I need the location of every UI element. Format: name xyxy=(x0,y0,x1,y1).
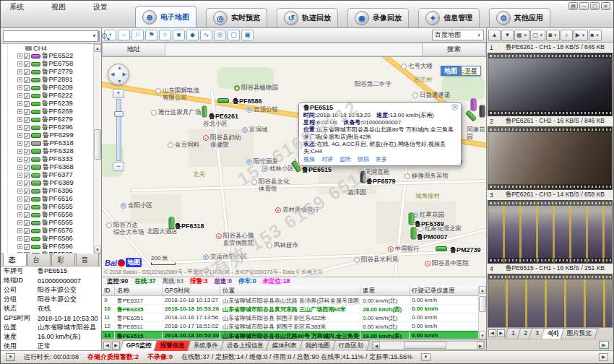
tab-GPS监控[interactable]: GPS监控 xyxy=(120,340,158,351)
tab-报警信息[interactable]: 报警信息 xyxy=(154,340,191,351)
tab-scroll-right-icon[interactable]: ▶ xyxy=(497,329,505,337)
col-header-速度[interactable]: 速度 xyxy=(360,286,410,295)
tab-scroll-left-icon[interactable]: ◀ xyxy=(103,342,111,350)
expand-icon[interactable]: + xyxy=(17,117,22,122)
camera-video-thumbnail[interactable] xyxy=(488,53,613,116)
restore-button[interactable]: ▢ xyxy=(590,2,600,10)
map-vehicle-plate-label[interactable]: 鲁PF6389 xyxy=(415,220,444,229)
table-row[interactable]: 13鲁PE65152018-10-18 10:53:30山东省聊城市阳谷县谷山北… xyxy=(102,331,486,339)
map-vehicle-marker[interactable] xyxy=(436,246,447,251)
camera-audio-button[interactable]: ♪ xyxy=(561,30,573,41)
map-tool-pan-button[interactable]: ⚐ xyxy=(131,30,144,40)
expand-icon[interactable]: + xyxy=(17,157,22,162)
close-icon[interactable]: ✕ xyxy=(451,104,458,110)
vehicle-checkbox[interactable]: ✓ xyxy=(24,133,30,139)
scroll-up-icon[interactable]: ▲ xyxy=(94,44,101,52)
vehicle-checkbox[interactable]: ✓ xyxy=(24,157,30,162)
camera-item[interactable]: 2鲁PE6261 - CH2 - 16 KB/S / 846 KB xyxy=(487,116,613,190)
pan-down-icon[interactable]: ▼ xyxy=(117,79,122,84)
map-tool-fullscreen-button[interactable]: ▢ xyxy=(228,30,240,40)
expand-icon[interactable]: + xyxy=(17,61,22,66)
map-provider-select[interactable]: 百度地图 ▼ xyxy=(432,30,484,40)
expand-icon[interactable]: + xyxy=(17,228,22,233)
tab-scroll-left-icon[interactable]: ◀ xyxy=(488,329,496,337)
vehicle-checkbox[interactable]: ✓ xyxy=(24,188,30,194)
pan-up-icon[interactable]: ▲ xyxy=(117,65,122,70)
map-vehicle-marker[interactable] xyxy=(411,228,417,240)
expand-icon[interactable]: + xyxy=(17,133,22,138)
expand-button[interactable]: ▶ xyxy=(599,353,608,361)
nav-tab-轨迹回放[interactable]: ↺轨迹回放 xyxy=(277,8,338,27)
map-tool-polyline-select-button[interactable]: ∿ xyxy=(200,30,212,40)
menu-item-设置[interactable]: 设置 xyxy=(93,2,108,12)
map-vehicle-plate-label[interactable]: 鲁PF6586 xyxy=(233,97,262,106)
map-zoom-track[interactable] xyxy=(116,99,121,161)
expand-icon[interactable]: + xyxy=(17,165,22,170)
map-vehicle-marker[interactable] xyxy=(202,106,207,118)
map-tool-zoom-out-button[interactable]: − xyxy=(118,30,130,40)
vehicle-checkbox[interactable]: ✓ xyxy=(24,173,30,178)
tab-scroll-right-icon[interactable]: ▶ xyxy=(112,342,120,350)
map-view-地图-button[interactable]: 地图 xyxy=(441,66,461,76)
tab-系统事件[interactable]: 系统事件 xyxy=(187,340,225,351)
vehicle-checkbox[interactable]: ✓ xyxy=(24,236,30,242)
map-vehicle-marker[interactable] xyxy=(169,217,175,230)
map-tool-zoom-box-button[interactable]: ◎ xyxy=(214,30,226,40)
map-vehicle-plate-label[interactable]: 鲁PE6515 xyxy=(302,165,332,175)
menu-item-系统[interactable]: 系统 xyxy=(9,2,24,12)
map-zoom-in-button[interactable]: + xyxy=(113,89,124,98)
scroll-left-icon[interactable]: ◀ xyxy=(373,342,380,349)
expand-icon[interactable]: + xyxy=(17,93,22,98)
nav-tab-其他应用[interactable]: ⚙其他应用 xyxy=(489,8,550,27)
map-compass-control[interactable]: ▲ ▼ ◀ ▶ xyxy=(108,64,129,85)
map-vehicle-marker[interactable] xyxy=(465,110,477,121)
camera-item[interactable]: 3鲁PE6261 - CH3 - 14 KB/S / 858 KB xyxy=(487,190,613,264)
expand-icon[interactable]: + xyxy=(17,77,22,82)
camera-video-thumbnail[interactable] xyxy=(488,200,613,264)
address-search-button[interactable]: 搜索 xyxy=(423,43,486,56)
col-header-ID[interactable]: ID xyxy=(102,286,115,295)
vehicle-checkbox[interactable]: ✓ xyxy=(24,228,30,234)
vehicle-checkbox[interactable]: ✓ xyxy=(24,53,30,59)
map-tool-circle-select-button[interactable]: ○ xyxy=(159,30,171,40)
popup-action-监听[interactable]: 监听 xyxy=(340,156,351,163)
status-panel-icon[interactable]: ▼ xyxy=(6,353,15,361)
vehicle-checkbox[interactable]: ✓ xyxy=(24,244,30,250)
scroll-down-icon[interactable]: ▼ xyxy=(479,332,486,339)
collapse-button[interactable]: ▼ xyxy=(421,353,431,361)
expand-icon[interactable]: + xyxy=(17,204,22,209)
map-vehicle-plate-label[interactable]: 鲁PF6318 xyxy=(175,222,204,231)
camera-stop-button[interactable]: ■ ▼ xyxy=(589,30,602,41)
camera-item[interactable]: 1鲁PE6261 - CH1 - 18 KB/S / 846 KB xyxy=(487,43,613,116)
expand-icon[interactable]: + xyxy=(17,173,22,178)
map-tool-rect-select-button[interactable]: ■ xyxy=(173,30,185,40)
vehicle-checkbox[interactable]: ✓ xyxy=(24,252,30,254)
scrollbar-thumb[interactable] xyxy=(404,342,446,349)
col-header-行驶记录仪速度[interactable]: 行驶记录仪速度 xyxy=(410,286,486,295)
popup-action-视频[interactable]: 视频 xyxy=(303,156,315,163)
col-header-位置[interactable]: 位置 xyxy=(220,286,360,295)
camera-play-button[interactable]: ▶ ▼ xyxy=(574,30,588,41)
play-button[interactable]: ▶ xyxy=(599,341,609,349)
map-zoom-slider[interactable] xyxy=(114,111,124,117)
search-button[interactable] xyxy=(98,30,100,42)
scroll-right-icon[interactable]: ▶ xyxy=(477,342,484,349)
map-vehicle-marker[interactable] xyxy=(480,105,485,118)
menu-item-视图[interactable]: 视图 xyxy=(51,2,66,12)
camera-item[interactable]: 4鲁PE6515 - CH1 - 16 KB/S / 251 KB xyxy=(487,264,613,327)
vehicle-search-input[interactable] xyxy=(3,30,98,42)
table-row[interactable]: 10鲁PE63352018-10-18 10:53:26山东省聊城市阳谷县黄河东… xyxy=(102,305,486,313)
expand-icon[interactable]: + xyxy=(17,101,22,106)
camera-layout-single-button[interactable]: ▢ ▼ xyxy=(530,30,545,41)
tab-媒体列表[interactable]: 媒体列表 xyxy=(266,340,303,351)
vehicle-checkbox[interactable]: ✓ xyxy=(24,204,30,210)
vehicle-checkbox[interactable]: ✓ xyxy=(24,117,30,123)
pan-right-icon[interactable]: ▶ xyxy=(123,72,126,77)
table-scrollbar[interactable]: ▲ ▼ xyxy=(478,286,486,339)
map-zoom-out-button[interactable]: − xyxy=(113,162,124,171)
vehicle-checkbox[interactable]: ✓ xyxy=(24,125,30,131)
nav-tab-信息管理[interactable]: ✦信息管理 xyxy=(418,8,480,27)
expand-icon[interactable]: + xyxy=(17,244,22,249)
vehicle-checkbox[interactable]: ✓ xyxy=(24,149,30,155)
expand-icon[interactable]: + xyxy=(17,196,22,202)
